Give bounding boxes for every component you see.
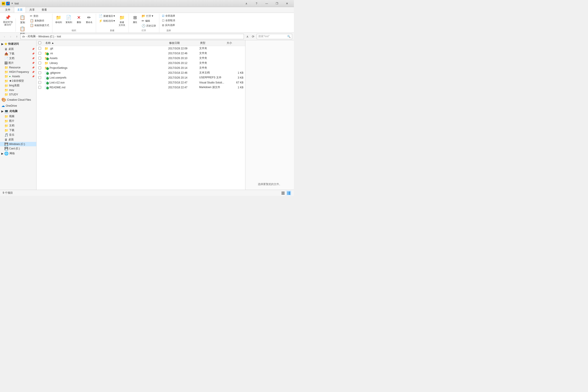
detail-view-button[interactable]	[286, 190, 291, 196]
move-to-button[interactable]: 📁 移动到	[54, 14, 63, 24]
sidebar-item-resource[interactable]: 📁 Resource 📌	[0, 65, 36, 70]
table-row[interactable]: 📁 .vs 2017/3/18 22:46 文件夹	[36, 51, 245, 56]
title-icon-yellow[interactable]: 🗁	[2, 2, 5, 5]
path-segment-lost[interactable]: lost	[57, 35, 61, 38]
row-check[interactable]	[38, 71, 44, 74]
sidebar-item-network[interactable]: ▶ 🌐 网络	[0, 151, 36, 156]
sidebar-item-desk2[interactable]: 🖥 桌面	[0, 137, 36, 142]
sidebar-item-creative-cloud[interactable]: 🎨 Creative Cloud Files	[0, 97, 36, 103]
sidebar-group-thispc[interactable]: ▶ 💻 此电脑	[0, 108, 36, 114]
sidebar-item-pics[interactable]: 📁 图片	[0, 119, 36, 123]
docs-icon: 📄	[4, 57, 8, 60]
tab-home[interactable]: 主页	[14, 7, 26, 12]
pin-to-quick-access-button[interactable]: 📌 固定到"快速访问"	[2, 14, 14, 27]
back-button[interactable]: ‹	[2, 34, 7, 39]
search-box[interactable]: 搜索"lost" 🔍	[257, 34, 292, 39]
select-none-button[interactable]: ☐ 全部取消	[161, 18, 176, 22]
sidebar-item-video[interactable]: 📁 视频	[0, 114, 36, 119]
sidebar-item-download[interactable]: 📥 下载 📌	[0, 51, 36, 56]
network-icon: 🌐	[4, 152, 9, 156]
minimize-btn[interactable]: —	[262, 0, 272, 7]
name-column-header[interactable]: 名称 ▲	[44, 41, 168, 46]
sidebar-item-assets[interactable]: 📁 ● Assets 📌	[0, 74, 36, 78]
sidebar-item-savemodel[interactable]: 📁 ★1保存模型	[0, 78, 36, 83]
sidebar-item-docs[interactable]: 📄 文档 📌	[0, 56, 36, 61]
paste-shortcut-button[interactable]: 📋 粘贴快捷方式	[28, 23, 50, 28]
copy-button[interactable]: 📋 复制	[17, 14, 28, 25]
row-check[interactable]	[38, 52, 44, 55]
cut-button[interactable]: ✂ 剪切	[28, 14, 50, 18]
select-all-button[interactable]: ☑ 全部选择	[161, 14, 176, 18]
open-button[interactable]: 📂 打开▼	[140, 14, 157, 18]
row-check[interactable]	[38, 57, 44, 60]
type-column-header[interactable]: 类型	[199, 41, 226, 46]
copy-to-button[interactable]: 📄 复制到	[64, 14, 74, 24]
sidebar-item-docs2[interactable]: 📁 文档	[0, 123, 36, 128]
table-row[interactable]: 📄 README.md 2017/3/18 22:47 Markdown 源文件…	[36, 85, 245, 90]
sidebar-item-windows-c[interactable]: 💾 Windows (C:)	[0, 142, 36, 146]
ribbon-collapse-btn[interactable]: ∧	[241, 0, 251, 7]
sidebar-item-music[interactable]: 🎵 音乐	[0, 132, 36, 137]
delete-button[interactable]: ✕ 删除	[74, 14, 84, 24]
table-row[interactable]: 📄 Lost.userprefs 2017/3/26 20:14 USERPRE…	[36, 75, 245, 80]
sidebar-group-quickaccess[interactable]: ▶ ★ 快速访问	[0, 41, 36, 47]
open-label: 打开	[130, 29, 157, 32]
title-icon-arrow[interactable]: ▾	[11, 2, 13, 5]
path-segment-c[interactable]: Windows (C:)	[38, 35, 54, 38]
refresh-btn[interactable]: ⟳	[250, 34, 256, 39]
row-check[interactable]	[38, 76, 44, 79]
new-item-button[interactable]: 📄 新建项目▼	[97, 14, 117, 18]
path-segment-pc[interactable]: 此电脑	[28, 34, 36, 38]
forward-button[interactable]: ›	[8, 34, 13, 39]
edit-button[interactable]: ✏ 编辑	[140, 18, 157, 23]
music-label: 音乐	[9, 133, 14, 137]
desk2-icon: 🖥	[4, 138, 7, 142]
select-all-checkbox[interactable]	[38, 42, 41, 44]
table-row[interactable]: 📁 Assets 2017/3/26 20:10 文件夹	[36, 56, 245, 61]
close-btn[interactable]: ✕	[282, 0, 292, 7]
address-right: ∧ ⟳	[245, 34, 256, 39]
list-view-button[interactable]	[281, 190, 285, 196]
table-row[interactable]: 📁 .git 2017/3/28 22:09 文件夹	[36, 46, 245, 51]
table-row[interactable]: 📄 .gitignore 2017/3/18 22:46 文本文档 1 KB	[36, 70, 245, 75]
dl2-label: 下载	[9, 128, 14, 132]
title-icon-blue[interactable]: 📌	[6, 2, 10, 5]
sidebar-item-desktop[interactable]: 🖥 桌面 📌	[0, 47, 36, 51]
invert-select-button[interactable]: ⊟ 反向选择	[161, 23, 176, 27]
sidebar-item-onedrive[interactable]: ☁ OneDrive	[0, 103, 36, 108]
sidebar-item-highfreq[interactable]: 📁 HIGH Frequency 📌	[0, 70, 36, 74]
properties-button[interactable]: ⊞ 属性	[130, 14, 140, 24]
tab-view[interactable]: 查看	[38, 7, 50, 12]
row-type: USERPREFS 文件	[199, 76, 226, 80]
row-check[interactable]	[38, 62, 44, 64]
savemodel-icon: 📁	[4, 79, 8, 83]
sidebar-item-card-e[interactable]: 💾 Card (E:)	[0, 146, 36, 151]
sidebar-item-study[interactable]: 📁 STUDY	[0, 92, 36, 97]
row-check[interactable]	[38, 81, 44, 84]
sidebar-item-mov[interactable]: 📁 mov	[0, 88, 36, 92]
date-column-header[interactable]: 修改日期	[168, 41, 199, 46]
new-folder-button[interactable]: 📁 新建文件夹	[117, 14, 127, 28]
copy-path-button[interactable]: 📋 复制路径	[28, 18, 50, 23]
sidebar-item-pictures[interactable]: 🖼 图片 📌	[0, 61, 36, 65]
easy-access-button[interactable]: ⚡ 轻松访问▼	[97, 18, 117, 23]
size-column-header[interactable]: 大小	[226, 41, 243, 46]
maximize-btn[interactable]: ❐	[272, 0, 282, 7]
row-check[interactable]	[38, 86, 44, 89]
sidebar-item-bing[interactable]: 📁 bing美图	[0, 83, 36, 88]
up-button[interactable]: ↑	[14, 34, 19, 39]
rename-button[interactable]: ✏ 重命名	[84, 14, 94, 24]
help-btn[interactable]: ?	[251, 0, 262, 7]
table-row[interactable]: 📁 Library 2017/3/26 20:12 文件夹	[36, 61, 245, 66]
table-row[interactable]: 📄 Lost.v12.suo 2017/3/18 22:47 Visual St…	[36, 80, 245, 85]
row-check[interactable]	[38, 47, 44, 50]
history-button[interactable]: 🕐 历史记录	[140, 24, 157, 28]
tab-share[interactable]: 共享	[26, 7, 38, 12]
address-path[interactable]: 🗁 › 此电脑 › Windows (C:) › lost	[20, 34, 244, 39]
copy-label: 复制	[20, 21, 25, 24]
table-row[interactable]: 📁 ProjectSettings 2017/3/26 20:14 文件夹	[36, 66, 245, 70]
tab-file[interactable]: 文件	[2, 7, 14, 12]
row-check[interactable]	[38, 66, 44, 69]
collapse-btn[interactable]: ∧	[245, 34, 250, 39]
sidebar-item-dl2[interactable]: 📁 下载	[0, 128, 36, 132]
